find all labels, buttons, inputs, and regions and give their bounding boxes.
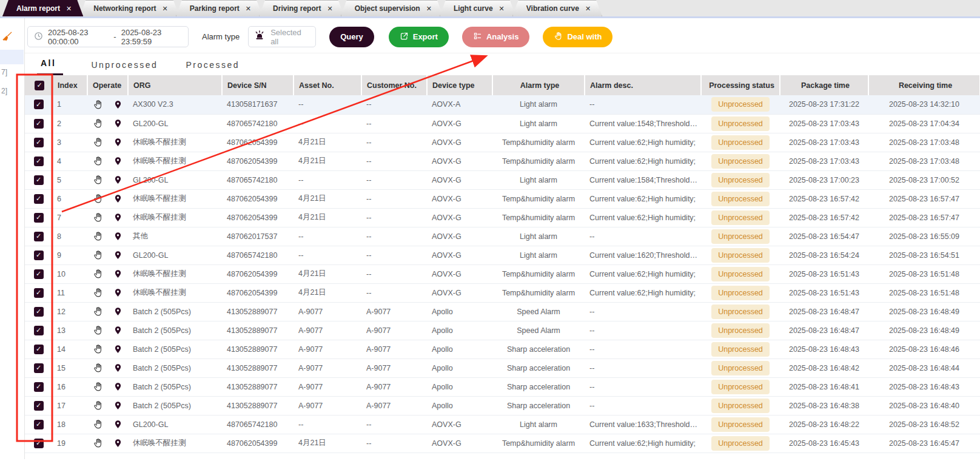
- filter-tab-all[interactable]: All: [37, 58, 63, 75]
- analysis-button[interactable]: Analysis: [462, 27, 529, 47]
- table-row[interactable]: ✓ 3 休眠唤不醒挂测 487062054399 4月21日 -- AOVX-G…: [25, 133, 980, 152]
- sidebar-selected-item[interactable]: [0, 50, 24, 64]
- location-pin-icon[interactable]: [113, 363, 122, 373]
- location-pin-icon[interactable]: [113, 193, 122, 204]
- deal-hand-icon[interactable]: [93, 175, 103, 185]
- deal-hand-icon[interactable]: [93, 193, 103, 204]
- table-row[interactable]: ✓ 16 Batch 2 (505Pcs) 413052889077 A-907…: [25, 377, 980, 396]
- table-row[interactable]: ✓ 12 Batch 2 (505Pcs) 413052889077 A-907…: [25, 302, 980, 321]
- filter-tab-unprocessed[interactable]: Unprocessed: [91, 60, 158, 75]
- row-checkbox[interactable]: ✓: [34, 119, 44, 129]
- location-pin-icon[interactable]: [113, 175, 122, 185]
- close-icon[interactable]: ✕: [326, 5, 334, 13]
- location-pin-icon[interactable]: [113, 212, 122, 223]
- deal-hand-icon[interactable]: [93, 382, 103, 392]
- tab-driving-report[interactable]: Driving report ✕: [259, 0, 344, 16]
- deal-hand-icon[interactable]: [93, 344, 103, 354]
- table-row[interactable]: ✓ 13 Batch 2 (505Pcs) 413052889077 A-907…: [25, 321, 980, 340]
- deal-hand-icon[interactable]: [93, 156, 103, 166]
- deal-hand-icon[interactable]: [93, 438, 103, 448]
- location-pin-icon[interactable]: [113, 344, 122, 354]
- table-row[interactable]: ✓ 19 休眠唤不醒挂测 487062054399 4月21日 -- AOVX-…: [25, 434, 980, 453]
- location-pin-icon[interactable]: [113, 250, 122, 260]
- location-pin-icon[interactable]: [113, 382, 122, 392]
- tab-networking-report[interactable]: Networking report ✕: [79, 0, 180, 16]
- location-pin-icon[interactable]: [113, 438, 122, 448]
- table-row[interactable]: ✓ 7 休眠唤不醒挂测 487062054399 4月21日 -- AOVX-G…: [25, 208, 980, 227]
- deal-hand-icon[interactable]: [93, 400, 103, 411]
- location-pin-icon[interactable]: [113, 156, 122, 166]
- alarm-type-select[interactable]: Selected all: [248, 26, 316, 47]
- location-pin-icon[interactable]: [113, 325, 122, 335]
- deal-hand-icon[interactable]: [93, 363, 103, 373]
- deal-hand-icon[interactable]: [93, 269, 103, 279]
- table-row[interactable]: ✓ 18 GL200-GL 487065742180 -- -- AOVX-G …: [25, 415, 980, 434]
- date-range-input[interactable]: 2025-08-23 00:00:00 - 2025-08-23 23:59:5…: [27, 26, 189, 47]
- location-pin-icon[interactable]: [113, 231, 122, 241]
- deal-hand-icon[interactable]: [93, 99, 103, 110]
- close-icon[interactable]: ✕: [498, 5, 506, 13]
- table-row[interactable]: ✓ 15 Batch 2 (505Pcs) 413052889077 A-907…: [25, 358, 980, 377]
- deal-with-button[interactable]: Deal with: [543, 27, 612, 47]
- deal-hand-icon[interactable]: [93, 419, 103, 429]
- row-checkbox[interactable]: ✓: [34, 326, 44, 335]
- location-pin-icon[interactable]: [113, 400, 122, 411]
- row-checkbox[interactable]: ✓: [34, 138, 44, 147]
- row-checkbox[interactable]: ✓: [34, 345, 44, 354]
- deal-hand-icon[interactable]: [93, 212, 103, 223]
- location-pin-icon[interactable]: [113, 288, 122, 298]
- filter-tab-processed[interactable]: Processed: [186, 60, 240, 75]
- export-button[interactable]: Export: [389, 27, 449, 47]
- row-checkbox[interactable]: ✓: [34, 194, 44, 204]
- table-row[interactable]: ✓ 2 GL200-GL 487065742180 -- -- AOVX-G L…: [25, 114, 980, 133]
- row-checkbox[interactable]: ✓: [34, 213, 44, 223]
- row-checkbox[interactable]: ✓: [34, 382, 44, 392]
- close-icon[interactable]: ✕: [244, 5, 252, 13]
- close-icon[interactable]: ✕: [65, 5, 73, 13]
- row-checkbox[interactable]: ✓: [34, 175, 44, 185]
- deal-hand-icon[interactable]: [93, 306, 103, 317]
- location-pin-icon[interactable]: [113, 99, 122, 110]
- deal-hand-icon[interactable]: [93, 137, 103, 147]
- deal-hand-icon[interactable]: [93, 288, 103, 298]
- table-row[interactable]: ✓ 8 其他 487062017537 -- -- AOVX-G Light a…: [25, 227, 980, 246]
- broom-icon[interactable]: [1, 30, 13, 44]
- deal-hand-icon[interactable]: [93, 325, 103, 335]
- row-checkbox[interactable]: ✓: [34, 363, 44, 373]
- row-checkbox[interactable]: ✓: [34, 439, 44, 448]
- row-checkbox[interactable]: ✓: [34, 401, 44, 411]
- location-pin-icon[interactable]: [113, 137, 122, 147]
- sidebar-item-fragment[interactable]: 2]: [1, 87, 7, 95]
- tab-vibration-curve[interactable]: Vibration curve ✕: [512, 0, 602, 16]
- query-button[interactable]: Query: [329, 27, 374, 47]
- close-icon[interactable]: ✕: [161, 5, 169, 13]
- table-row[interactable]: ✓ 4 休眠唤不醒挂测 487062054399 4月21日 -- AOVX-G…: [25, 152, 980, 170]
- table-row[interactable]: ✓ 11 休眠唤不醒挂测 487062054399 4月21日 -- AOVX-…: [25, 283, 980, 302]
- row-checkbox[interactable]: ✓: [34, 420, 44, 429]
- sidebar-item-fragment[interactable]: 7]: [1, 68, 7, 76]
- row-checkbox[interactable]: ✓: [34, 288, 44, 298]
- row-checkbox[interactable]: ✓: [34, 251, 44, 260]
- deal-hand-icon[interactable]: [93, 231, 103, 241]
- table-row[interactable]: ✓ 17 Batch 2 (505Pcs) 413052889077 A-907…: [25, 396, 980, 415]
- table-row[interactable]: ✓ 14 Batch 2 (505Pcs) 413052889077 A-907…: [25, 340, 980, 358]
- tab-object-supervision[interactable]: Object supervision ✕: [341, 0, 443, 16]
- row-checkbox[interactable]: ✓: [34, 269, 44, 279]
- tab-alarm-report[interactable]: Alarm report ✕: [2, 0, 83, 16]
- tab-light-curve[interactable]: Light curve ✕: [440, 0, 516, 16]
- close-icon[interactable]: ✕: [584, 5, 592, 13]
- close-icon[interactable]: ✕: [425, 5, 433, 13]
- tab-parking-report[interactable]: Parking report ✕: [176, 0, 263, 16]
- location-pin-icon[interactable]: [113, 306, 122, 317]
- table-row[interactable]: ✓ 9 GL200-GL 487065742180 -- -- AOVX-G L…: [25, 246, 980, 264]
- deal-hand-icon[interactable]: [93, 118, 103, 129]
- row-checkbox[interactable]: ✓: [34, 307, 44, 317]
- table-row[interactable]: ✓ 1 AX300 V2.3 413058171637 -- -- AOVX-A…: [25, 95, 980, 114]
- location-pin-icon[interactable]: [113, 118, 122, 129]
- table-row[interactable]: ✓ 10 休眠唤不醒挂测 487062054399 4月21日 -- AOVX-…: [25, 264, 980, 283]
- table-row[interactable]: ✓ 5 GL200-GL 487065742180 -- -- AOVX-G L…: [25, 170, 980, 189]
- select-all-checkbox[interactable]: ✓: [35, 81, 44, 90]
- row-checkbox[interactable]: ✓: [34, 156, 44, 166]
- row-checkbox[interactable]: ✓: [34, 232, 44, 241]
- table-row[interactable]: ✓ 6 休眠唤不醒挂测 487062054399 4月21日 -- AOVX-G…: [25, 189, 980, 208]
